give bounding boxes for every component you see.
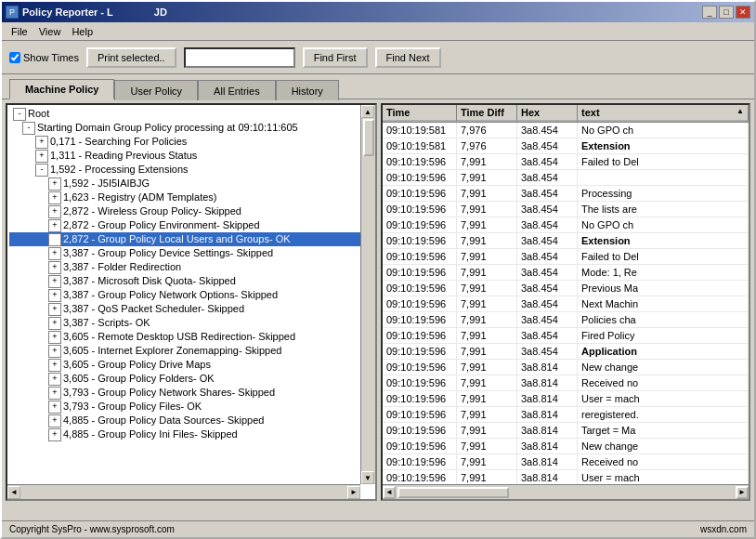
tree-expander[interactable]: +: [48, 219, 61, 232]
hscroll-left[interactable]: ◄: [383, 486, 396, 499]
tree-expander[interactable]: +: [48, 387, 61, 400]
table-hscrollbar[interactable]: ◄ ►: [383, 484, 749, 499]
tab-history[interactable]: History: [276, 80, 339, 100]
tree-hscrollbar[interactable]: ◄ ►: [7, 484, 360, 499]
table-row[interactable]: 09:10:19:596 7,991 3a8.814 User = mach: [383, 391, 749, 407]
tree-expander[interactable]: +: [48, 289, 61, 302]
find-next-button[interactable]: Find Next: [375, 47, 441, 68]
tree-expander[interactable]: +: [48, 401, 61, 414]
tree-item[interactable]: + 3,387 - QoS Packet Scheduler- Skipped: [9, 302, 373, 316]
table-row[interactable]: 09:10:19:596 7,991 3a8.454 Extension: [383, 233, 749, 249]
tree-expander[interactable]: +: [48, 247, 61, 260]
tree-item[interactable]: + 3,387 - Group Policy Network Options- …: [9, 288, 373, 302]
table-row[interactable]: 09:10:19:596 7,991 3a8.814 Received no: [383, 375, 749, 391]
tree-expander[interactable]: +: [48, 275, 61, 288]
print-selected-button[interactable]: Print selected..: [86, 47, 176, 68]
tree-item[interactable]: + 1,623 - Registry (ADM Templates): [9, 191, 373, 204]
tree-expander[interactable]: +: [48, 177, 61, 191]
tree-item[interactable]: + 2,872 - Group Policy Local Users and G…: [9, 232, 373, 246]
tree-item[interactable]: + 3,605 - Remote Desktop USB Redirection…: [9, 330, 373, 344]
tree-expander[interactable]: +: [48, 373, 61, 386]
tree-expander[interactable]: +: [48, 345, 61, 358]
table-row[interactable]: 09:10:19:596 7,991 3a8.454 Fired Policy: [383, 328, 749, 344]
tree-item[interactable]: + 1,592 - J5I5IAIBJG: [9, 177, 373, 191]
table-row[interactable]: 09:10:19:596 7,991 3a8.454 Processing: [383, 186, 749, 202]
vscroll-up-arrow[interactable]: ▲: [361, 105, 374, 118]
table-row[interactable]: 09:10:19:596 7,991 3a8.454: [383, 170, 749, 186]
table-row[interactable]: 09:10:19:596 7,991 3a8.814 User = mach: [383, 470, 749, 484]
tree-expander[interactable]: +: [35, 150, 48, 163]
tree-item[interactable]: - 1,592 - Processing Extensions: [9, 163, 373, 177]
tree-panel[interactable]: - Root - Starting Domain Group Policy pr…: [6, 103, 377, 501]
table-row[interactable]: 09:10:19:596 7,991 3a8.814 Received no: [383, 454, 749, 470]
menu-help[interactable]: Help: [66, 24, 98, 39]
menu-file[interactable]: File: [6, 24, 33, 39]
table-row[interactable]: 09:10:19:596 7,991 3a8.454 Failed to Del: [383, 154, 749, 170]
vscroll-down-arrow[interactable]: ▼: [361, 471, 374, 484]
tree-item[interactable]: + 1,311 - Reading Previous Status: [9, 149, 373, 163]
tab-machine-policy[interactable]: Machine Policy: [9, 79, 114, 99]
tree-item[interactable]: + 3,605 - Internet Explorer Zonemapping-…: [9, 344, 373, 358]
table-row[interactable]: 09:10:19:596 7,991 3a8.814 New change: [383, 439, 749, 454]
table-row[interactable]: 09:10:19:596 7,991 3a8.454 The lists are: [383, 202, 749, 217]
table-body[interactable]: 09:10:19:581 7,976 3a8.454 No GPO ch 09:…: [383, 123, 749, 484]
tree-item[interactable]: + 3,605 - Group Policy Drive Maps: [9, 358, 373, 372]
tree-expander[interactable]: +: [48, 261, 61, 274]
hscroll-right[interactable]: ►: [736, 486, 749, 499]
table-row[interactable]: 09:10:19:596 7,991 3a8.454 No GPO ch: [383, 217, 749, 233]
tree-item[interactable]: + 3,793 - Group Policy Network Shares- S…: [9, 386, 373, 400]
tree-item[interactable]: + 2,872 - Wireless Group Policy- Skipped: [9, 204, 373, 218]
tree-item[interactable]: + 4,885 - Group Policy Data Sources- Ski…: [9, 414, 373, 427]
tab-user-policy[interactable]: User Policy: [114, 80, 198, 100]
tree-expander[interactable]: -: [35, 164, 48, 177]
tree-item[interactable]: + 0,171 - Searching For Policies: [9, 135, 373, 149]
tree-expander[interactable]: +: [35, 136, 48, 149]
close-button[interactable]: ✕: [736, 6, 750, 19]
menu-view[interactable]: View: [33, 24, 67, 39]
col-time[interactable]: Time: [383, 105, 457, 122]
tree-expander[interactable]: +: [48, 331, 61, 344]
show-times-checkbox[interactable]: [9, 52, 20, 63]
tree-expander[interactable]: +: [48, 428, 61, 441]
tree-expander[interactable]: +: [48, 414, 61, 427]
show-times-checkbox-label[interactable]: Show Times: [9, 52, 79, 63]
tree-item[interactable]: + 3,387 - Microsoft Disk Quota- Skipped: [9, 274, 373, 288]
table-row[interactable]: 09:10:19:581 7,976 3a8.454 Extension: [383, 138, 749, 154]
tree-expander[interactable]: +: [48, 233, 61, 246]
table-row[interactable]: 09:10:19:581 7,976 3a8.454 No GPO ch: [383, 123, 749, 138]
tree-expander[interactable]: -: [22, 122, 35, 135]
tree-item[interactable]: + 3,387 - Folder Redirection: [9, 260, 373, 274]
minimize-button[interactable]: _: [702, 6, 717, 19]
table-row[interactable]: 09:10:19:596 7,991 3a8.814 New change: [383, 360, 749, 375]
col-hex[interactable]: Hex: [517, 105, 578, 122]
table-row[interactable]: 09:10:19:596 7,991 3a8.454 Policies cha: [383, 312, 749, 328]
table-row[interactable]: 09:10:19:596 7,991 3a8.454 Application: [383, 344, 749, 360]
tree-expander[interactable]: +: [48, 359, 61, 372]
tree-item[interactable]: + 3,605 - Group Policy Folders- OK: [9, 372, 373, 386]
table-row[interactable]: 09:10:19:596 7,991 3a8.454 Failed to Del: [383, 249, 749, 265]
tree-expander[interactable]: +: [48, 317, 61, 330]
tree-item[interactable]: + 4,885 - Group Policy Ini Files- Skippe…: [9, 427, 373, 441]
tree-item[interactable]: - Starting Domain Group Policy processin…: [9, 121, 373, 135]
col-text[interactable]: text ▲: [578, 105, 749, 122]
tree-root-expander[interactable]: -: [13, 108, 26, 121]
tree-vscrollbar[interactable]: ▲ ▼: [360, 105, 375, 484]
maximize-button[interactable]: □: [719, 6, 734, 19]
hscroll-left-arrow[interactable]: ◄: [7, 486, 20, 499]
tree-expander[interactable]: +: [48, 191, 61, 204]
col-time-diff[interactable]: Time Diff: [457, 105, 517, 122]
hscroll-right-arrow[interactable]: ►: [347, 486, 360, 499]
hscroll-thumb[interactable]: [398, 487, 509, 498]
table-row[interactable]: 09:10:19:596 7,991 3a8.814 Target = Ma: [383, 423, 749, 439]
find-first-button[interactable]: Find First: [303, 47, 368, 68]
tree-item[interactable]: + 2,872 - Group Policy Environment- Skip…: [9, 218, 373, 232]
table-row[interactable]: 09:10:19:596 7,991 3a8.454 Next Machin: [383, 296, 749, 312]
vscroll-thumb[interactable]: [363, 119, 374, 156]
tree-item[interactable]: + 3,387 - Group Policy Device Settings- …: [9, 246, 373, 260]
tab-all-entries[interactable]: All Entries: [198, 80, 276, 100]
table-row[interactable]: 09:10:19:596 7,991 3a8.454 Mode: 1, Re: [383, 265, 749, 281]
table-row[interactable]: 09:10:19:596 7,991 3a8.814 reregistered.: [383, 407, 749, 423]
tree-root[interactable]: - Root: [9, 107, 373, 121]
tree-expander[interactable]: +: [48, 303, 61, 316]
tree-expander[interactable]: +: [48, 205, 61, 218]
